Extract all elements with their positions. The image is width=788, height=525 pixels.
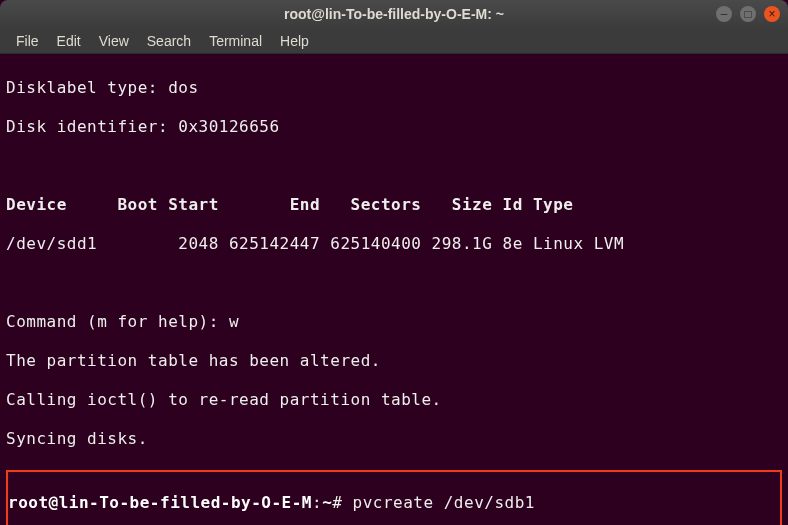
line-disklabel: Disklabel type: dos xyxy=(6,78,782,98)
line-ioctl: Calling ioctl() to re-read partition tab… xyxy=(6,390,782,410)
menu-search[interactable]: Search xyxy=(139,31,199,51)
blank-line xyxy=(6,273,782,293)
partition-header: Device Boot Start End Sectors Size Id Ty… xyxy=(6,195,782,215)
line-altered: The partition table has been altered. xyxy=(6,351,782,371)
terminal-output[interactable]: Disklabel type: dos Disk identifier: 0x3… xyxy=(0,54,788,525)
titlebar: root@lin-To-be-filled-by-O-E-M: ~ – □ × xyxy=(0,0,788,28)
maximize-button[interactable]: □ xyxy=(740,6,756,22)
blank-line xyxy=(6,156,782,176)
highlight-box: root@lin-To-be-filled-by-O-E-M:~# pvcrea… xyxy=(6,470,782,525)
command-text: pvcreate /dev/sdb1 xyxy=(353,493,535,512)
menu-help[interactable]: Help xyxy=(272,31,317,51)
menubar: File Edit View Search Terminal Help xyxy=(0,28,788,54)
menu-view[interactable]: View xyxy=(91,31,137,51)
window-controls: – □ × xyxy=(716,6,780,22)
menu-edit[interactable]: Edit xyxy=(49,31,89,51)
line-sync: Syncing disks. xyxy=(6,429,782,449)
minimize-button[interactable]: – xyxy=(716,6,732,22)
window-title: root@lin-To-be-filled-by-O-E-M: ~ xyxy=(284,6,504,22)
prompt-user: root@lin-To-be-filled-by-O-E-M xyxy=(8,493,312,512)
partition-row: /dev/sdd1 2048 625142447 625140400 298.1… xyxy=(6,234,782,254)
prompt-line: root@lin-To-be-filled-by-O-E-M:~# pvcrea… xyxy=(8,493,780,513)
menu-terminal[interactable]: Terminal xyxy=(201,31,270,51)
close-button[interactable]: × xyxy=(764,6,780,22)
line-diskid: Disk identifier: 0x30126656 xyxy=(6,117,782,137)
menu-file[interactable]: File xyxy=(8,31,47,51)
line-cmd-w: Command (m for help): w xyxy=(6,312,782,332)
prompt-path: ~ xyxy=(322,493,332,512)
